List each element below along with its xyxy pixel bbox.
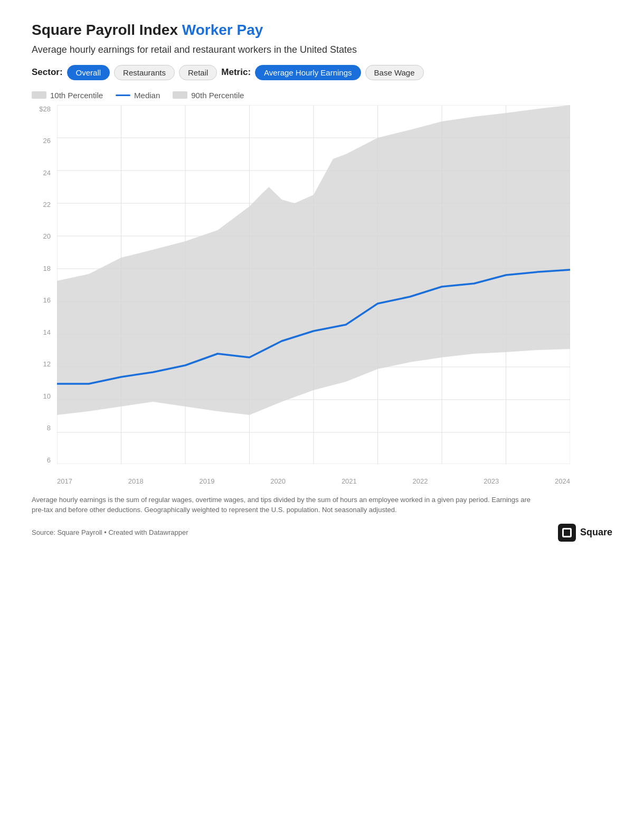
chart-container: $28 26 24 22 20 18 16 14 12 10 8 6 xyxy=(32,105,612,485)
x-tick-2018: 2018 xyxy=(128,477,144,485)
metric-label: Metric: xyxy=(221,67,251,78)
y-tick-8: 8 xyxy=(32,424,54,432)
legend-band2-icon xyxy=(173,91,187,99)
page-title-row: Square Payroll Index Worker Pay Average … xyxy=(32,21,612,55)
y-tick-6: 6 xyxy=(32,456,54,464)
source-row: Source: Square Payroll • Created with Da… xyxy=(32,524,612,542)
x-tick-2022: 2022 xyxy=(413,477,428,485)
metric-avg-hourly-button[interactable]: Average Hourly Earnings xyxy=(255,65,361,80)
legend-10th-label: 10th Percentile xyxy=(50,91,103,100)
subtitle: Average hourly earnings for retail and r… xyxy=(32,44,612,55)
sector-restaurants-button[interactable]: Restaurants xyxy=(114,65,175,80)
square-logo: Square xyxy=(558,524,612,542)
footnote: Average hourly earnings is the sum of re… xyxy=(32,495,538,515)
legend-10th: 10th Percentile xyxy=(32,91,103,100)
chart-svg: $28.10 $17.82 $12.97 xyxy=(57,105,570,464)
legend-90th: 90th Percentile xyxy=(173,91,244,100)
y-tick-28: $28 xyxy=(32,105,54,113)
controls-row: Sector: Overall Restaurants Retail Metri… xyxy=(32,65,612,80)
x-tick-2019: 2019 xyxy=(199,477,214,485)
x-tick-2023: 2023 xyxy=(484,477,499,485)
source-text: Source: Square Payroll • Created with Da… xyxy=(32,528,188,536)
legend-median-label: Median xyxy=(134,91,160,100)
y-tick-18: 18 xyxy=(32,264,54,272)
x-tick-2021: 2021 xyxy=(342,477,357,485)
y-tick-10: 10 xyxy=(32,392,54,400)
legend-band-icon xyxy=(32,91,46,99)
square-logo-box xyxy=(558,524,576,542)
metric-base-wage-button[interactable]: Base Wage xyxy=(365,65,424,80)
sector-overall-button[interactable]: Overall xyxy=(67,65,110,80)
title-highlight: Worker Pay xyxy=(182,22,263,38)
chart-area: $28 26 24 22 20 18 16 14 12 10 8 6 xyxy=(32,105,612,485)
y-tick-12: 12 xyxy=(32,360,54,368)
sector-retail-button[interactable]: Retail xyxy=(179,65,217,80)
chart-legend: 10th Percentile Median 90th Percentile xyxy=(32,91,612,100)
y-tick-22: 22 xyxy=(32,201,54,209)
chart-svg-container: $28.10 $17.82 $12.97 xyxy=(57,105,570,464)
y-tick-20: 20 xyxy=(32,232,54,240)
sector-label: Sector: xyxy=(32,67,63,78)
legend-90th-label: 90th Percentile xyxy=(191,91,244,100)
y-axis: $28 26 24 22 20 18 16 14 12 10 8 6 xyxy=(32,105,54,464)
y-tick-14: 14 xyxy=(32,328,54,336)
legend-line-icon xyxy=(116,94,130,96)
square-logo-inner xyxy=(562,528,572,537)
x-tick-2017: 2017 xyxy=(57,477,72,485)
y-tick-26: 26 xyxy=(32,137,54,145)
title-main: Square Payroll Index xyxy=(32,22,178,38)
square-logo-text: Square xyxy=(580,527,612,538)
x-axis: 2017 2018 2019 2020 2021 2022 2023 2024 xyxy=(57,465,570,485)
legend-median: Median xyxy=(116,91,160,100)
y-tick-24: 24 xyxy=(32,169,54,177)
x-tick-2020: 2020 xyxy=(270,477,286,485)
x-tick-2024: 2024 xyxy=(555,477,570,485)
y-tick-16: 16 xyxy=(32,296,54,304)
